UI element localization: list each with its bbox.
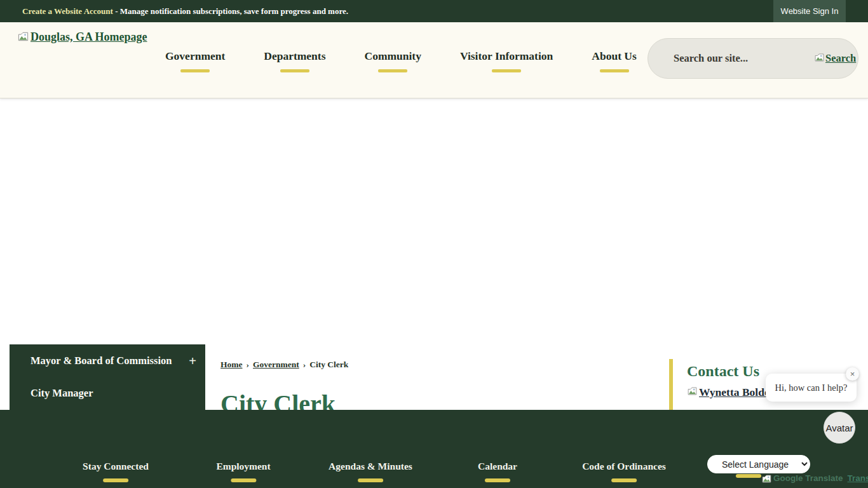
logo-alt-text: Douglas, GA Homepage [31, 30, 147, 44]
nav-label: Visitor Information [460, 50, 553, 63]
footer-accent-bar [611, 478, 637, 482]
footer-accent-bar [736, 474, 761, 478]
page: Create a Website Account - Manage notifi… [0, 0, 868, 488]
footer-accent-bar [103, 478, 128, 482]
sidebar-item-city-manager[interactable]: City Manager [10, 377, 205, 409]
breadcrumb-home-link[interactable]: Home [220, 360, 243, 369]
account-promo-text: - Manage notification subscriptions, sav… [113, 6, 348, 17]
footer-link-stay-connected[interactable]: Stay Connected [83, 461, 149, 482]
sidebar-item-label: Mayor & Board of Commission [31, 355, 172, 367]
sidebar-item-mayor-board[interactable]: Mayor & Board of Commission + [10, 344, 205, 377]
nav-item-departments[interactable]: Departments [264, 50, 325, 72]
nav-accent-bar [600, 69, 629, 72]
chat-avatar[interactable]: Avatar [824, 412, 855, 444]
nav-item-visitor-information[interactable]: Visitor Information [460, 50, 553, 72]
main-navigation: Government Departments Community Visitor… [165, 50, 637, 72]
nav-item-community[interactable]: Community [365, 50, 421, 72]
google-translate-alt-text: Google Translate [773, 473, 843, 483]
footer-accent-bar [485, 478, 510, 482]
breadcrumb-current: City Clerk [309, 360, 348, 369]
broken-image-icon [687, 386, 698, 396]
nav-label: About Us [592, 50, 637, 63]
footer-link-label: Agendas & Minutes [329, 461, 412, 472]
nav-accent-bar [492, 69, 521, 72]
site-header: Douglas, GA Homepage Government Departme… [0, 22, 868, 98]
breadcrumb-government-link[interactable]: Government [253, 360, 299, 369]
nav-accent-bar [180, 69, 210, 72]
section-sidebar: Mayor & Board of Commission + City Manag… [10, 344, 205, 410]
language-select[interactable]: Select Language [707, 455, 810, 473]
footer-accent-bar [231, 478, 256, 482]
footer-link-label: Code of Ordinances [582, 461, 666, 472]
expand-plus-icon[interactable]: + [189, 353, 196, 368]
search-submit-link[interactable]: Search [814, 52, 856, 65]
footer-link-calendar[interactable]: Calendar [478, 461, 517, 482]
footer-link-agendas-minutes[interactable]: Agendas & Minutes [329, 461, 412, 482]
site-search: Search [648, 38, 858, 79]
footer-link-code-of-ordinances[interactable]: Code of Ordinances [582, 461, 666, 482]
breadcrumb: Home›Government›City Clerk [220, 360, 348, 370]
website-sign-in-button[interactable]: Website Sign In [773, 0, 846, 22]
broken-image-icon [761, 473, 772, 484]
nav-accent-bar [378, 69, 407, 72]
home-logo-link[interactable]: Douglas, GA Homepage [17, 30, 147, 44]
footer-accent-bar [358, 478, 383, 482]
nav-label: Government [165, 50, 225, 63]
search-button-label: Search [825, 52, 856, 65]
broken-image-icon [17, 30, 29, 43]
nav-item-government[interactable]: Government [165, 50, 225, 72]
breadcrumb-separator: › [303, 360, 306, 369]
create-account-link[interactable]: Create a Website Account [22, 6, 113, 17]
top-utility-bar: Create a Website Account - Manage notifi… [0, 0, 868, 22]
footer-link-label: Calendar [478, 461, 517, 472]
nav-label: Community [365, 50, 421, 63]
breadcrumb-separator: › [247, 360, 250, 369]
footer-link-employment[interactable]: Employment [216, 461, 270, 482]
chat-greeting-bubble[interactable]: Hi, how can I help? [766, 374, 857, 402]
nav-accent-bar [280, 69, 309, 72]
sidebar-item-label: City Manager [31, 387, 93, 400]
footer-link-label: Stay Connected [83, 461, 149, 472]
account-promo: Create a Website Account - Manage notifi… [22, 0, 348, 22]
chat-close-icon[interactable]: × [846, 367, 859, 381]
nav-label: Departments [264, 50, 325, 63]
nav-item-about-us[interactable]: About Us [592, 50, 637, 72]
site-footer: Stay Connected Employment Agendas & Minu… [0, 410, 868, 488]
footer-link-label: Employment [216, 461, 270, 472]
google-translate-label: Translate [848, 473, 868, 483]
broken-image-icon [814, 52, 825, 63]
google-translate-link[interactable]: Google Translate Translate [761, 473, 868, 484]
search-input[interactable] [648, 39, 814, 78]
